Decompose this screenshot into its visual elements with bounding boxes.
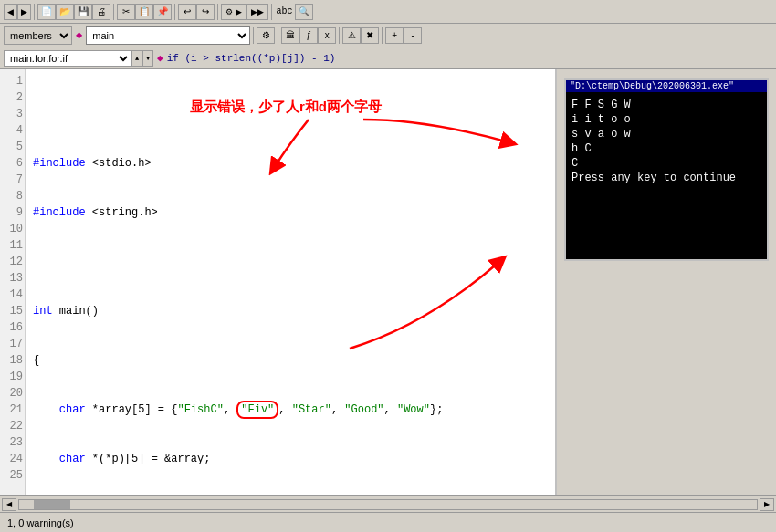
toolbar-sep9 bbox=[382, 27, 383, 44]
zoom-in-button[interactable]: + bbox=[385, 27, 404, 44]
nav-bar: main.for.for.if ▲ ▼ ◆ if (i > strlen((*p… bbox=[0, 47, 776, 69]
class-button[interactable]: 🏛 bbox=[281, 27, 299, 44]
code-line-8: char *(*p)[5] = &array; bbox=[33, 451, 548, 467]
copy-button[interactable]: 📋 bbox=[135, 4, 153, 20]
diamond-icon: ◆ bbox=[76, 28, 82, 42]
nav-condition: if (i > strlen((*p)[j]) - 1) bbox=[167, 53, 336, 64]
diamond-nav-icon: ◆ bbox=[157, 52, 163, 64]
save-button[interactable]: 💾 bbox=[74, 4, 92, 20]
run-button[interactable]: ▶▶ bbox=[246, 4, 268, 20]
code-area[interactable]: #include <stdio.h> #include <string.h> i… bbox=[26, 69, 555, 495]
toolbar-sep7 bbox=[278, 27, 278, 44]
scrollbar-area[interactable]: ◀ ▶ bbox=[0, 495, 776, 512]
code-line-6: { bbox=[33, 352, 548, 369]
nav-up-arrow[interactable]: ▲ bbox=[131, 50, 142, 67]
error-button[interactable]: ✖ bbox=[361, 27, 379, 44]
toolbar-sep1 bbox=[34, 4, 35, 20]
status-text: 1, 0 warning(s) bbox=[7, 517, 74, 528]
toolbar-row2: members ◆ main ⚙ 🏛 ƒ x ⚠ ✖ + - bbox=[0, 24, 776, 47]
nav-down-arrow[interactable]: ▼ bbox=[142, 50, 153, 67]
open-button[interactable]: 📂 bbox=[56, 4, 74, 20]
terminal-titlebar: "D:\ctemp\Debug\202006301.exe" bbox=[566, 80, 767, 92]
code-line-7: char *array[5] = {"FishC", "Fiv", "Star"… bbox=[33, 402, 548, 418]
main-content: 12345 678910 1112131415 1617181920 21222… bbox=[0, 69, 776, 495]
code-line-3: #include <string.h> bbox=[33, 204, 548, 221]
var-button[interactable]: x bbox=[318, 27, 336, 44]
undo-button[interactable]: ↩ bbox=[178, 4, 196, 20]
toolbar-sep5 bbox=[271, 4, 272, 20]
code-line-5: int main() bbox=[33, 303, 548, 319]
toolbar-sep4 bbox=[217, 4, 218, 20]
zoom-out-button[interactable]: - bbox=[404, 27, 422, 44]
back-button[interactable]: ◀ bbox=[4, 4, 17, 20]
terminal-title: "D:\ctemp\Debug\202006301.exe" bbox=[570, 81, 734, 91]
forward-button[interactable]: ▶ bbox=[17, 4, 31, 20]
scroll-right-button[interactable]: ▶ bbox=[760, 498, 774, 511]
toolbar-sep3 bbox=[174, 4, 175, 20]
line-numbers: 12345 678910 1112131415 1617181920 21222… bbox=[0, 69, 26, 495]
settings-button[interactable]: ⚙ bbox=[257, 27, 275, 44]
terminal-window: "D:\ctemp\Debug\202006301.exe" F F S G W… bbox=[564, 78, 769, 261]
toolbar-sep6 bbox=[253, 27, 254, 44]
print-button[interactable]: 🖨 bbox=[92, 4, 110, 20]
toolbar-sep8 bbox=[339, 27, 340, 44]
abc-label: abc bbox=[275, 6, 295, 16]
build-button[interactable]: ⚙ ▶ bbox=[221, 4, 246, 20]
status-bar: 1, 0 warning(s) bbox=[0, 512, 776, 532]
main-dropdown[interactable]: main bbox=[86, 26, 250, 45]
method-button[interactable]: ƒ bbox=[299, 27, 318, 44]
code-editor[interactable]: 12345 678910 1112131415 1617181920 21222… bbox=[0, 69, 557, 495]
app-window: ◀ ▶ 📄 📂 💾 🖨 ✂ 📋 📌 ↩ ↪ ⚙ ▶ ▶▶ abc 🔍 membe… bbox=[0, 0, 776, 532]
redo-button[interactable]: ↪ bbox=[196, 4, 215, 20]
scroll-left-button[interactable]: ◀ bbox=[2, 498, 16, 511]
annotation-arrows bbox=[26, 69, 555, 495]
new-file-button[interactable]: 📄 bbox=[37, 4, 56, 20]
file-path-dropdown[interactable]: main.for.for.if bbox=[4, 50, 131, 67]
search-button[interactable]: 🔍 bbox=[295, 4, 313, 20]
members-dropdown[interactable]: members bbox=[4, 26, 72, 45]
scrollbar-track[interactable] bbox=[18, 499, 758, 510]
code-line-4 bbox=[33, 254, 548, 270]
terminal-body: F F S G W i i t o o s v a o w h C C Pres… bbox=[566, 92, 767, 191]
cut-button[interactable]: ✂ bbox=[117, 4, 135, 20]
paste-button[interactable]: 📌 bbox=[153, 4, 172, 20]
terminal-panel: "D:\ctemp\Debug\202006301.exe" F F S G W… bbox=[557, 69, 776, 495]
warning-button[interactable]: ⚠ bbox=[342, 27, 361, 44]
annotation-text: 显示错误，少了人r和d两个字母 bbox=[190, 99, 382, 115]
code-line-2: #include <stdio.h> bbox=[33, 155, 548, 172]
scrollbar-thumb[interactable] bbox=[34, 500, 70, 509]
toolbar-sep2 bbox=[113, 4, 114, 20]
toolbar-row1: ◀ ▶ 📄 📂 💾 🖨 ✂ 📋 📌 ↩ ↪ ⚙ ▶ ▶▶ abc 🔍 bbox=[0, 0, 776, 24]
